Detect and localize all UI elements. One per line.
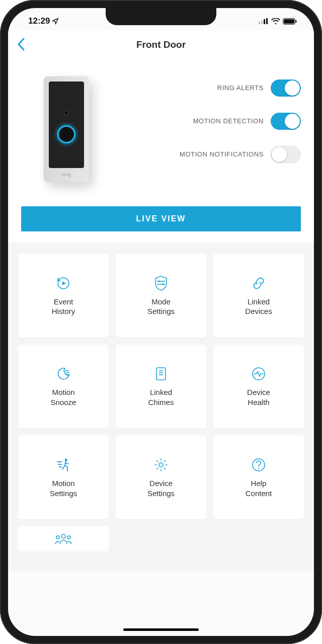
tile-label: Linked Devices	[245, 297, 272, 316]
svg-point-27	[258, 468, 259, 469]
motion-detection-row: MOTION DETECTION	[124, 113, 301, 130]
notch	[106, 8, 216, 25]
shield-icon	[154, 275, 168, 292]
svg-marker-8	[62, 281, 66, 285]
motion-notifications-row: MOTION NOTIFICATIONS	[124, 146, 301, 163]
motion-icon	[55, 456, 71, 473]
svg-rect-3	[266, 18, 268, 24]
motion-detection-toggle[interactable]	[271, 113, 301, 130]
tiles-section: Event History Mode Settings	[8, 243, 314, 572]
motion-detection-label: MOTION DETECTION	[193, 117, 264, 126]
status-time: 12:29	[28, 16, 50, 26]
svg-point-30	[67, 536, 70, 539]
tile-label: Motion Snooze	[51, 387, 76, 407]
people-icon	[54, 533, 72, 545]
live-view-button[interactable]: LIVE VIEW	[21, 206, 301, 231]
chevron-left-icon	[17, 38, 25, 51]
tile-label: Mode Settings	[147, 297, 175, 316]
page-title: Front Door	[136, 39, 186, 50]
svg-rect-6	[296, 20, 297, 23]
wifi-icon	[271, 18, 280, 25]
moon-icon	[56, 365, 71, 382]
tile-mode-settings[interactable]: Mode Settings	[116, 254, 206, 338]
svg-point-25	[159, 463, 163, 467]
header: Front Door	[8, 30, 314, 59]
device-image: ring	[21, 76, 112, 182]
tile-device-health[interactable]: Device Health	[213, 345, 304, 429]
tile-linked-chimes[interactable]: Linked Chimes	[116, 345, 206, 429]
doorbell-button-icon	[57, 125, 75, 143]
chime-icon	[155, 365, 167, 382]
device-hero: ring RING ALERTS MOTION DETECTION MOTION…	[8, 59, 314, 192]
svg-rect-5	[284, 19, 294, 24]
home-indicator[interactable]	[123, 628, 199, 631]
tile-shared-users[interactable]	[18, 526, 109, 551]
ring-alerts-row: RING ALERTS	[124, 79, 301, 97]
tile-label: Motion Settings	[50, 478, 77, 498]
tile-linked-devices[interactable]: Linked Devices	[213, 254, 304, 338]
motion-notifications-toggle[interactable]	[271, 146, 301, 163]
svg-rect-1	[261, 21, 263, 24]
tile-motion-settings[interactable]: Motion Settings	[18, 435, 109, 519]
ring-alerts-toggle[interactable]	[271, 79, 301, 97]
screen: 12:29	[8, 8, 314, 636]
svg-point-28	[61, 534, 65, 538]
svg-rect-0	[259, 22, 260, 24]
device-brand-label: ring	[49, 172, 84, 177]
svg-point-29	[56, 536, 59, 539]
phone-frame: 12:29	[0, 0, 322, 644]
svg-point-21	[65, 459, 67, 461]
battery-icon	[283, 18, 297, 25]
tile-label: Device Settings	[147, 478, 175, 498]
tile-device-settings[interactable]: Device Settings	[116, 435, 206, 519]
cell-signal-icon	[259, 18, 269, 24]
svg-rect-2	[264, 19, 265, 24]
link-icon	[251, 275, 267, 292]
help-icon	[251, 456, 266, 473]
tile-label: Device Health	[247, 387, 270, 407]
tile-motion-snooze[interactable]: Motion Snooze	[18, 345, 109, 429]
gear-icon	[153, 456, 169, 473]
tile-help-content[interactable]: Help Content	[213, 435, 304, 519]
camera-dot-icon	[64, 110, 69, 115]
tiles-grid: Event History Mode Settings	[18, 254, 304, 551]
health-icon	[251, 365, 266, 382]
ring-alerts-label: RING ALERTS	[217, 84, 264, 93]
tile-label: Linked Chimes	[148, 387, 174, 407]
location-arrow-icon	[52, 18, 59, 25]
live-view-section: LIVE VIEW	[8, 192, 314, 243]
toggles-panel: RING ALERTS MOTION DETECTION MOTION NOTI…	[124, 76, 301, 182]
back-button[interactable]	[17, 38, 29, 52]
motion-notifications-label: MOTION NOTIFICATIONS	[180, 150, 264, 159]
history-icon	[56, 275, 71, 292]
tile-label: Event History	[52, 297, 75, 316]
tile-event-history[interactable]: Event History	[18, 254, 109, 338]
tile-label: Help Content	[246, 478, 272, 498]
svg-rect-16	[156, 368, 166, 380]
